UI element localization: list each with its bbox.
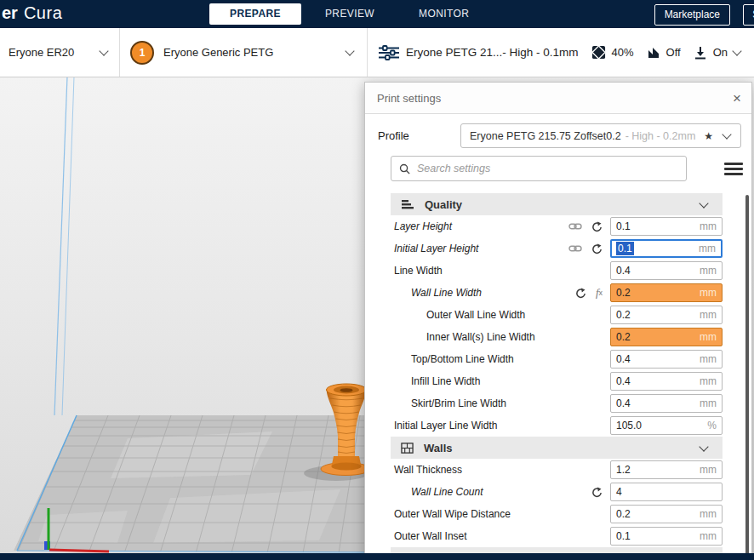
setting-row-infill-line-width[interactable]: Infill Line Width 0.4 mm <box>391 370 723 392</box>
setting-row-initial-layer-line-width[interactable]: Initial Layer Line Width 105.0 % <box>391 414 723 437</box>
menu-icon[interactable] <box>724 163 743 175</box>
settings-scrollbar[interactable] <box>745 195 749 556</box>
field-value: 0.4 <box>616 397 631 409</box>
field-value: 0.2 <box>616 309 631 321</box>
revert-icon[interactable] <box>575 288 586 299</box>
sign-in-button[interactable]: Si <box>743 4 754 26</box>
tab-prepare[interactable]: PREPARE <box>209 3 301 25</box>
wall-line-count-field[interactable]: 4 <box>610 483 723 501</box>
revert-icon[interactable] <box>591 243 603 254</box>
profile-dropdown[interactable]: Eryone PETG 215.75 Zoffset0.2 - High - 0… <box>460 123 741 148</box>
outer-wall-wipe-distance-field[interactable]: 0.2 mm <box>610 505 723 523</box>
panel-title: Print settings <box>377 92 441 105</box>
extruder-number-icon: 1 <box>130 41 154 65</box>
marketplace-button[interactable]: Marketplace <box>654 4 730 26</box>
profile-name: Eryone PETG 215.75 Zoffset0.2 <box>470 130 621 142</box>
chevron-down-icon <box>99 46 108 55</box>
link-icon[interactable] <box>568 222 582 231</box>
wall-thickness-field[interactable]: 1.2 mm <box>610 460 723 479</box>
outer-wall-inset-field[interactable]: 0.1 mm <box>610 527 723 546</box>
tab-monitor[interactable]: MONITOR <box>398 3 489 25</box>
chevron-down-icon <box>699 198 708 208</box>
layer-height-field[interactable]: 0.1 mm <box>610 217 723 236</box>
outer-wall-line-width-field[interactable]: 0.2 mm <box>610 306 723 324</box>
field-unit: mm <box>700 508 717 520</box>
setting-row-wall-thickness[interactable]: Wall Thickness 1.2 mm <box>391 459 723 481</box>
revert-icon[interactable] <box>591 221 603 232</box>
material-name: Eryone Generic PETG <box>163 46 273 59</box>
setting-label: Infill Line Width <box>411 375 480 387</box>
bottom-bar <box>0 553 754 560</box>
setting-row-layer-height[interactable]: Layer Height 0.1 mm <box>391 215 723 237</box>
field-value: 0.2 <box>616 331 631 343</box>
field-unit: mm <box>700 375 717 387</box>
settings-list: Quality Layer Height 0.1 mm Initial Laye… <box>391 193 723 557</box>
infill-icon <box>591 45 606 60</box>
setting-row-line-width[interactable]: Line Width 0.4 mm <box>391 260 723 282</box>
cura-logo: erCura <box>2 3 62 23</box>
field-unit: mm <box>700 331 717 343</box>
field-value: 0.4 <box>616 375 631 387</box>
search-input[interactable] <box>391 156 687 181</box>
infill-line-width-field[interactable]: 0.4 mm <box>610 372 723 391</box>
field-unit: mm <box>700 309 717 321</box>
tab-preview[interactable]: PREVIEW <box>305 3 395 25</box>
setting-row-top-bottom-line-width[interactable]: Top/Bottom Line Width 0.4 mm <box>391 348 723 370</box>
logo-light: Cura <box>24 3 62 22</box>
setting-row-skirt-brim-line-width[interactable]: Skirt/Brim Line Width 0.4 mm <box>391 392 723 414</box>
field-unit: mm <box>700 530 717 542</box>
category-label: Quality <box>425 198 462 211</box>
field-value: 4 <box>616 486 622 498</box>
chevron-down-icon <box>722 129 731 139</box>
close-icon[interactable]: × <box>733 91 741 106</box>
adhesion-icon <box>694 46 707 60</box>
setting-label: Skirt/Brim Line Width <box>411 397 506 409</box>
print-settings-panel: Print settings × Profile Eryone PETG 215… <box>364 82 752 560</box>
setting-row-inner-wall-line-width[interactable]: Inner Wall(s) Line Width 0.2 mm <box>391 326 723 348</box>
function-icon[interactable]: fx <box>596 286 603 300</box>
setting-row-outer-wall-wipe-distance[interactable]: Outer Wall Wipe Distance 0.2 mm <box>391 503 723 525</box>
setting-row-wall-line-width[interactable]: Wall Line Width fx 0.2 mm <box>391 282 723 304</box>
setting-row-outer-wall-inset[interactable]: Outer Wall Inset 0.1 mm <box>391 525 723 547</box>
setting-label: Wall Thickness <box>394 464 462 476</box>
panel-header[interactable]: Print settings × <box>365 83 751 114</box>
initial-layer-line-width-field[interactable]: 105.0 % <box>610 416 723 435</box>
field-unit: mm <box>700 220 717 232</box>
printer-selector[interactable]: Eryone ER20 <box>0 28 119 77</box>
category-label: Walls <box>424 442 452 454</box>
field-value: 0.2 <box>616 287 631 299</box>
field-unit: mm <box>700 287 717 299</box>
profile-summary-text: Eryone PETG 21...- High - 0.1mm <box>406 46 579 59</box>
setting-label: Outer Wall Wipe Distance <box>394 508 511 520</box>
adhesion-value: On <box>713 46 728 59</box>
initial-layer-height-field[interactable]: 0.1 mm <box>610 239 723 258</box>
setting-row-outer-wall-line-width[interactable]: Outer Wall Line Width 0.2 mm <box>391 304 723 326</box>
setting-row-wall-line-count[interactable]: Wall Line Count 4 <box>391 481 723 503</box>
inner-wall-line-width-field[interactable]: 0.2 mm <box>610 328 723 346</box>
quality-icon <box>401 197 414 211</box>
wall-line-width-field[interactable]: 0.2 mm <box>610 283 723 302</box>
favorite-star-icon[interactable]: ★ <box>697 130 713 142</box>
top-bottom-line-width-field[interactable]: 0.4 mm <box>610 350 723 369</box>
link-icon[interactable] <box>568 244 582 253</box>
field-value: 1.2 <box>616 464 631 476</box>
cura-window: erCura PREPARE PREVIEW MONITOR Marketpla… <box>0 0 754 560</box>
setting-row-initial-layer-height[interactable]: Initial Layer Height 0.1 mm <box>391 237 723 260</box>
chevron-down-icon <box>345 46 354 55</box>
line-width-field[interactable]: 0.4 mm <box>610 261 723 280</box>
category-quality[interactable]: Quality <box>391 193 723 215</box>
setting-label: Inner Wall(s) Line Width <box>426 331 535 343</box>
profile-label: Profile <box>378 129 460 142</box>
print-settings-summary[interactable]: Eryone PETG 21...- High - 0.1mm 40% Off … <box>368 28 754 77</box>
field-unit: mm <box>700 464 717 476</box>
search-box <box>391 156 687 181</box>
setting-label: Layer Height <box>394 220 452 232</box>
row-icons <box>568 221 603 232</box>
field-value: 0.1 <box>616 530 631 542</box>
skirt-brim-line-width-field[interactable]: 0.4 mm <box>610 394 723 413</box>
extruder-selector[interactable]: 1 Eryone Generic PETG <box>120 28 367 77</box>
infill-value: 40% <box>612 46 634 59</box>
revert-icon[interactable] <box>591 487 603 498</box>
field-unit: mm <box>699 243 716 254</box>
category-walls[interactable]: Walls <box>391 437 723 459</box>
